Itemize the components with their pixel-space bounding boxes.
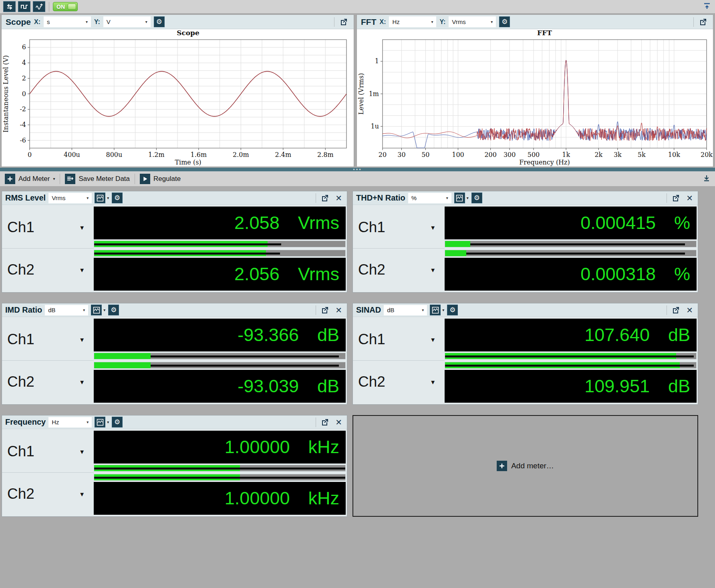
meter-close-button[interactable]: ✕ [334, 194, 344, 202]
scope-y-unit-select[interactable]: V ▾ [103, 16, 151, 27]
svg-text:10k: 10k [668, 151, 680, 159]
svg-text:50: 50 [421, 151, 429, 159]
add-signal-button[interactable] [33, 1, 45, 12]
channel-1-selector[interactable]: Ch1 ▼ [2, 319, 94, 361]
toggle-knob [68, 4, 76, 10]
fft-settings-button[interactable]: ⚙ [499, 16, 510, 27]
channel-1-selector[interactable]: Ch1 ▼ [2, 431, 94, 473]
scope-settings-button[interactable]: ⚙ [154, 16, 165, 27]
add-meter-button[interactable]: Add Meter ▾ [4, 174, 56, 184]
chart-options-arrow[interactable]: ▾ [442, 308, 444, 312]
fft-x-label: X: [379, 18, 386, 26]
svg-text:20: 20 [379, 151, 387, 159]
meter-close-button[interactable]: ✕ [334, 418, 344, 426]
fft-x-unit-value: Hz [392, 18, 399, 25]
channel-2-selector[interactable]: Ch2 ▼ [2, 473, 94, 515]
svg-text:300: 300 [504, 151, 516, 159]
meter-chart-button[interactable] [95, 193, 105, 203]
meter-chart-button[interactable] [430, 305, 441, 315]
meter-close-button[interactable]: ✕ [685, 194, 695, 202]
fft-y-unit-select[interactable]: Vrms ▾ [449, 16, 496, 27]
meter-popout-button[interactable] [319, 418, 331, 427]
meter-body: Ch1 ▼ 107.640 dB Ch2 ▼ 109.951 dB [353, 317, 698, 404]
meter-unit-select[interactable]: Vrms ▾ [48, 193, 92, 203]
svg-text:Frequency (Hz): Frequency (Hz) [519, 159, 570, 166]
meter-settings-button[interactable]: ⚙ [112, 193, 123, 203]
io-routing-button[interactable] [3, 1, 16, 12]
on-off-toggle[interactable]: ON [53, 2, 78, 11]
meter-unit-select[interactable]: Hz ▾ [48, 417, 92, 427]
meter-settings-button[interactable]: ⚙ [471, 193, 482, 203]
meter-unit-select[interactable]: dB ▾ [45, 305, 88, 315]
channel-1-selector[interactable]: Ch1 ▼ [2, 207, 94, 249]
meter-popout-button[interactable] [670, 194, 682, 203]
regulate-button[interactable]: Regulate [139, 174, 182, 184]
meter-settings-button[interactable]: ⚙ [447, 305, 458, 315]
meter-unit-value: dB [48, 307, 55, 313]
channel-1-label: Ch1 [358, 331, 385, 348]
channel-1-selector[interactable]: Ch1 ▼ [353, 207, 445, 249]
channel-2-display: 0.000318 % [445, 258, 697, 291]
export-meters-button[interactable] [702, 173, 711, 184]
generator-button[interactable] [18, 1, 30, 12]
chart-options-arrow[interactable]: ▾ [467, 196, 469, 200]
header-divider [693, 17, 694, 27]
chart-options-arrow[interactable]: ▾ [107, 196, 109, 200]
chevron-down-icon: ▾ [87, 196, 89, 200]
scope-popout-button[interactable] [338, 18, 350, 26]
fft-plot-area[interactable]: 2030501002003005001k2k3k5k10k20k11m1uFFT… [357, 29, 713, 167]
scope-plot-area[interactable]: 0400u800u1.2m1.6m2.0m2.4m2.8m6420-2-4-6S… [2, 29, 354, 167]
meter-popout-button[interactable] [319, 306, 331, 315]
on-label: ON [56, 4, 65, 10]
channel-2-selector[interactable]: Ch2 ▼ [2, 249, 94, 291]
meter-popout-button[interactable] [670, 306, 682, 315]
collapse-panel-button[interactable] [702, 1, 712, 12]
channel-2-level-bar [94, 362, 346, 369]
save-meter-data-button[interactable]: Save Meter Data [64, 174, 131, 184]
meter-unit-value: % [411, 195, 417, 201]
channel-1-value: -93.366 [238, 325, 299, 345]
channel-2-selector[interactable]: Ch2 ▼ [2, 361, 94, 403]
meter-popout-button[interactable] [319, 194, 331, 203]
close-icon: ✕ [686, 306, 693, 314]
popout-icon [671, 306, 680, 315]
meter-chart-button[interactable] [454, 193, 465, 203]
fft-panel-header: FFT X: Hz ▾ Y: Vrms ▾ ⚙ [357, 15, 713, 29]
svg-text:2: 2 [22, 74, 26, 82]
popout-icon [320, 306, 329, 315]
fft-popout-button[interactable] [697, 18, 709, 26]
meter-body: Ch1 ▼ 2.058 Vrms Ch2 ▼ 2.056 Vrms [2, 205, 347, 292]
meter-unit-select[interactable]: % ▾ [408, 193, 451, 203]
header-divider [316, 193, 316, 203]
add-meter-placeholder[interactable]: Add meter… [352, 415, 698, 517]
channel-1-selector[interactable]: Ch1 ▼ [353, 319, 445, 361]
bar-peak-stripe [94, 253, 280, 255]
meter-settings-button[interactable]: ⚙ [112, 417, 123, 427]
channel-1-level-bar [94, 353, 346, 359]
scope-x-unit-select[interactable]: s ▾ [44, 16, 91, 27]
svg-text:Time (s): Time (s) [175, 159, 201, 166]
svg-text:FFT: FFT [537, 29, 552, 37]
meter-chart-button[interactable] [95, 417, 105, 427]
horizontal-splitter[interactable]: ••• [0, 168, 715, 171]
meter-close-button[interactable]: ✕ [685, 306, 695, 314]
bar-peak-stripe [94, 477, 345, 479]
chart-options-arrow[interactable]: ▾ [107, 420, 109, 424]
chart-icon [455, 194, 463, 202]
meter-title: IMD Ratio [5, 305, 42, 315]
svg-text:Level (Vrms): Level (Vrms) [357, 73, 365, 115]
fft-y-unit-value: Vrms [452, 18, 465, 25]
chart-options-arrow[interactable]: ▾ [103, 308, 105, 312]
meter-panel: Frequency Hz ▾ ▾ ⚙ [2, 415, 347, 517]
channel-1-display: 1.00000 kHz [94, 431, 346, 464]
meter-chart-button[interactable] [91, 305, 102, 315]
meter-settings-button[interactable]: ⚙ [108, 305, 119, 315]
meter-unit-select[interactable]: dB ▾ [384, 305, 427, 315]
save-data-icon [65, 174, 75, 184]
channel-2-selector[interactable]: Ch2 ▼ [353, 249, 445, 291]
header-divider [334, 17, 334, 27]
meter-close-button[interactable]: ✕ [334, 306, 344, 314]
channel-2-selector[interactable]: Ch2 ▼ [353, 361, 445, 403]
fft-x-unit-select[interactable]: Hz ▾ [389, 16, 436, 27]
svg-text:0: 0 [22, 90, 26, 98]
